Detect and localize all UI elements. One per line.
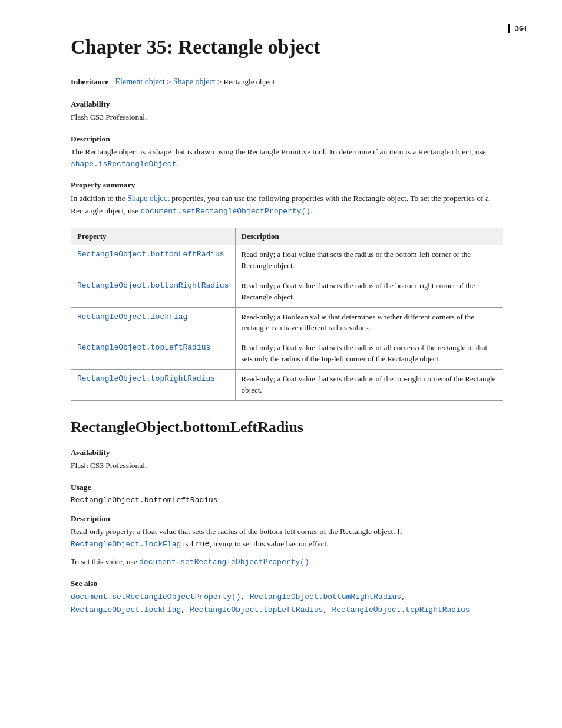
s2-desc-text2: is [181, 539, 190, 548]
description-text2: . [176, 159, 178, 168]
availability-text: Flash CS3 Professional. [71, 111, 503, 124]
shape-object-link[interactable]: Shape object [127, 194, 170, 203]
s2-availability-section: Availability Flash CS3 Professional. [71, 448, 503, 472]
s2-description-section: Description Read-only property; a float … [71, 514, 503, 568]
table-row: RectangleObject.bottomLeftRadius Read-on… [71, 245, 503, 276]
s2-seealso-links: document.setRectangleObjectProperty(), R… [71, 591, 503, 617]
s2-lockflag-link[interactable]: RectangleObject.lockFlag [71, 540, 181, 549]
description-section: Description The Rectangle object is a sh… [71, 134, 503, 170]
chapter-title: Chapter 35: Rectangle object [71, 35, 503, 60]
inheritance-link-shape[interactable]: Shape object [173, 77, 216, 86]
prop-bottomRightRadius-link[interactable]: RectangleObject.bottomRightRadius [77, 281, 229, 290]
s2-description-para2: To set this value, use document.setRecta… [71, 556, 503, 568]
inheritance-label: Inheritance [71, 77, 108, 86]
inheritance-separator-2: > Rectangle object [217, 77, 275, 86]
seealso-link-5[interactable]: RectangleObject.topRightRadius [332, 605, 470, 614]
s2-setprop-link[interactable]: document.setRectangleObjectProperty() [139, 558, 309, 566]
table-row: RectangleObject.bottomRightRadius Read-o… [71, 276, 503, 307]
seealso-link-2[interactable]: RectangleObject.bottomRightRadius [250, 592, 401, 601]
s2-usage-section: Usage RectangleObject.bottomLeftRadius [71, 483, 503, 505]
prop-topLeftRadius-link[interactable]: RectangleObject.topLeftRadius [77, 343, 210, 352]
property-table: Property Description RectangleObject.bot… [71, 228, 503, 400]
s2-desc-text3: , trying to set this value has no effect… [210, 539, 329, 548]
description-text: The Rectangle object is a shape that is … [71, 146, 503, 170]
table-row: RectangleObject.lockFlag Read-only; a Bo… [71, 307, 503, 338]
inheritance-section: Inheritance Element object > Shape objec… [71, 77, 503, 87]
prop-lockFlag-desc: Read-only; a Boolean value that determin… [235, 307, 503, 338]
page-number: 364 [508, 24, 527, 33]
ps-text3: . [310, 206, 312, 215]
s2-usage-heading: Usage [71, 483, 503, 492]
seealso-link-3[interactable]: RectangleObject.lockFlag [71, 605, 181, 614]
s2-seealso-heading: See also [71, 579, 503, 588]
table-header-property: Property [71, 228, 236, 245]
s2-description-heading: Description [71, 514, 503, 523]
prop-lockFlag-link[interactable]: RectangleObject.lockFlag [77, 312, 187, 321]
table-row: RectangleObject.topLeftRadius Read-only;… [71, 338, 503, 370]
s2-availability-heading: Availability [71, 448, 503, 457]
prop-topLeftRadius-desc: Read-only; a float value that sets the r… [235, 338, 503, 370]
inheritance-link-element[interactable]: Element object [115, 77, 165, 86]
inheritance-separator-1: > [167, 77, 173, 86]
s2-availability-text: Flash CS3 Professional. [71, 460, 503, 472]
description-text1: The Rectangle object is a shape that is … [71, 147, 486, 156]
s2-description-para1: Read-only property; a float value that s… [71, 526, 503, 551]
prop-topRightRadius-desc: Read-only; a float value that sets the r… [235, 369, 503, 400]
prop-bottomLeftRadius-link[interactable]: RectangleObject.bottomLeftRadius [77, 250, 224, 259]
page-container: 364 Chapter 35: Rectangle object Inherit… [0, 0, 562, 728]
s2-desc-text1: Read-only property; a float value that s… [71, 527, 402, 536]
chapter-availability-section: Availability Flash CS3 Professional. [71, 100, 503, 124]
table-row: RectangleObject.topRightRadius Read-only… [71, 369, 503, 400]
s2-desc-text4: To set this value, use [71, 557, 139, 566]
prop-bottomLeftRadius-desc: Read-only; a float value that sets the r… [235, 245, 503, 276]
set-rectangle-prop-link[interactable]: document.setRectangleObjectProperty() [140, 207, 310, 216]
property-summary-text: In addition to the Shape object properti… [71, 192, 503, 217]
s2-usage-code: RectangleObject.bottomLeftRadius [71, 496, 503, 505]
table-header-description: Description [235, 228, 503, 245]
prop-bottomRightRadius-desc: Read-only; a float value that sets the r… [235, 276, 503, 307]
s2-desc-code-true: true [190, 539, 210, 548]
property-summary-section: Property summary In addition to the Shap… [71, 180, 503, 217]
availability-heading: Availability [71, 100, 503, 109]
ps-text1: In addition to the [71, 194, 127, 203]
description-heading: Description [71, 134, 503, 144]
section2-heading: RectangleObject.bottomLeftRadius [71, 419, 503, 436]
shape-isRectangleObject-link[interactable]: shape.isRectangleObject [71, 160, 176, 169]
seealso-link-1[interactable]: document.setRectangleObjectProperty() [71, 592, 241, 601]
s2-desc-text5: . [309, 557, 311, 566]
seealso-link-4[interactable]: RectangleObject.topLeftRadius [190, 605, 323, 614]
prop-topRightRadius-link[interactable]: RectangleObject.topRightRadius [77, 374, 215, 383]
property-summary-heading: Property summary [71, 180, 503, 190]
s2-seealso-section: See also document.setRectangleObjectProp… [71, 579, 503, 617]
